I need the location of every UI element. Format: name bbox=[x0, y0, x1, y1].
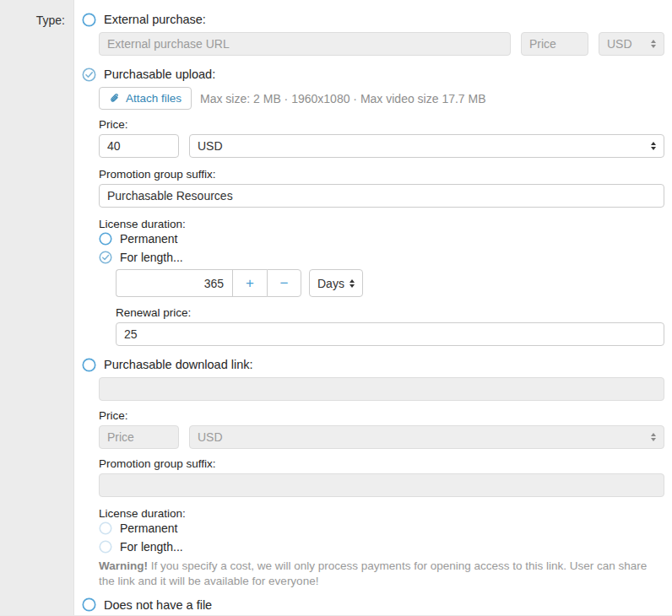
radio-checked-icon bbox=[82, 68, 96, 82]
length-unit-select[interactable]: Days bbox=[309, 269, 363, 297]
radio-download-permanent[interactable]: Permanent bbox=[99, 521, 664, 535]
select-arrows-icon bbox=[651, 142, 656, 150]
upload-promo-input[interactable] bbox=[99, 184, 664, 208]
purchasable-download-link-label: Purchasable download link: bbox=[104, 356, 253, 373]
download-url-input[interactable] bbox=[99, 377, 664, 401]
download-currency-value: USD bbox=[198, 430, 223, 444]
renewal-price-label: Renewal price: bbox=[116, 306, 664, 319]
select-arrows-icon bbox=[651, 433, 656, 441]
radio-unchecked-icon bbox=[82, 13, 96, 27]
external-currency-select[interactable]: USD bbox=[599, 32, 664, 56]
attach-files-button[interactable]: Attach files bbox=[99, 87, 192, 110]
upload-currency-select[interactable]: USD bbox=[189, 134, 664, 158]
radio-disabled-icon bbox=[99, 540, 112, 554]
length-value-input[interactable] bbox=[116, 269, 232, 297]
external-purchase-label: External purchase: bbox=[104, 11, 206, 28]
type-label: Type: bbox=[0, 0, 73, 27]
radio-download-for-length[interactable]: For length... bbox=[99, 540, 664, 554]
select-arrows-icon bbox=[350, 279, 355, 288]
length-decrement-button[interactable]: − bbox=[267, 269, 301, 297]
download-promo-input[interactable] bbox=[99, 473, 664, 497]
length-row: + − Days bbox=[116, 269, 664, 297]
download-warning-text: Warning! If you specify a cost, we will … bbox=[99, 559, 664, 589]
warning-bold: Warning! bbox=[99, 559, 148, 572]
upload-price-row: USD bbox=[99, 134, 664, 158]
download-price-input[interactable] bbox=[99, 425, 179, 449]
radio-purchasable-upload[interactable]: Purchasable upload: bbox=[82, 66, 664, 83]
radio-unchecked-icon bbox=[82, 358, 96, 372]
download-currency-select[interactable]: USD bbox=[189, 425, 664, 449]
length-increment-button[interactable]: + bbox=[232, 269, 267, 297]
download-price-label: Price: bbox=[99, 409, 664, 422]
radio-external-purchase[interactable]: External purchase: bbox=[82, 11, 664, 28]
radio-disabled-icon bbox=[99, 521, 112, 535]
purchasable-upload-label: Purchasable upload: bbox=[104, 66, 215, 83]
upload-license-label: License duration: bbox=[99, 218, 664, 230]
upload-for-length-label: For length... bbox=[120, 251, 183, 264]
external-url-input[interactable] bbox=[99, 32, 511, 56]
paperclip-icon bbox=[109, 93, 121, 105]
warning-body: If you specify a cost, we will only proc… bbox=[99, 559, 647, 587]
renewal-price-input[interactable] bbox=[116, 322, 664, 346]
attach-size-hint: Max size: 2 MB · 1960x1080 · Max video s… bbox=[200, 92, 485, 105]
upload-currency-value: USD bbox=[198, 139, 223, 153]
radio-unchecked-icon bbox=[82, 597, 96, 612]
radio-no-file[interactable]: Does not have a file bbox=[82, 597, 664, 613]
external-purchase-fields: USD bbox=[99, 32, 664, 56]
download-price-row: USD bbox=[99, 425, 664, 449]
radio-upload-permanent[interactable]: Permanent bbox=[99, 232, 664, 246]
external-currency-value: USD bbox=[607, 37, 632, 51]
attach-files-label: Attach files bbox=[126, 92, 182, 105]
purchase-type-form: Type: External purchase: USD Purchasable… bbox=[0, 0, 672, 616]
length-unit-value: Days bbox=[317, 277, 344, 290]
form-label-column: Type: bbox=[0, 0, 74, 615]
download-license-label: License duration: bbox=[99, 507, 664, 520]
select-arrows-icon bbox=[651, 40, 656, 48]
radio-unchecked-icon bbox=[99, 232, 112, 246]
download-for-length-label: For length... bbox=[120, 540, 183, 554]
radio-purchasable-download-link[interactable]: Purchasable download link: bbox=[82, 356, 664, 373]
length-input-group: + − bbox=[116, 269, 301, 297]
upload-permanent-label: Permanent bbox=[120, 232, 177, 246]
radio-upload-for-length[interactable]: For length... bbox=[99, 251, 664, 264]
external-price-input[interactable] bbox=[521, 32, 588, 56]
form-content: External purchase: USD Purchasable uploa… bbox=[75, 0, 672, 616]
attach-row: Attach files Max size: 2 MB · 1960x1080 … bbox=[99, 87, 664, 110]
upload-price-label: Price: bbox=[99, 118, 664, 131]
radio-checked-icon bbox=[99, 251, 112, 264]
no-file-label: Does not have a file bbox=[104, 597, 212, 613]
download-promo-label: Promotion group suffix: bbox=[99, 457, 664, 470]
upload-promo-label: Promotion group suffix: bbox=[99, 168, 664, 181]
upload-price-input[interactable] bbox=[99, 134, 179, 158]
download-permanent-label: Permanent bbox=[120, 521, 177, 535]
